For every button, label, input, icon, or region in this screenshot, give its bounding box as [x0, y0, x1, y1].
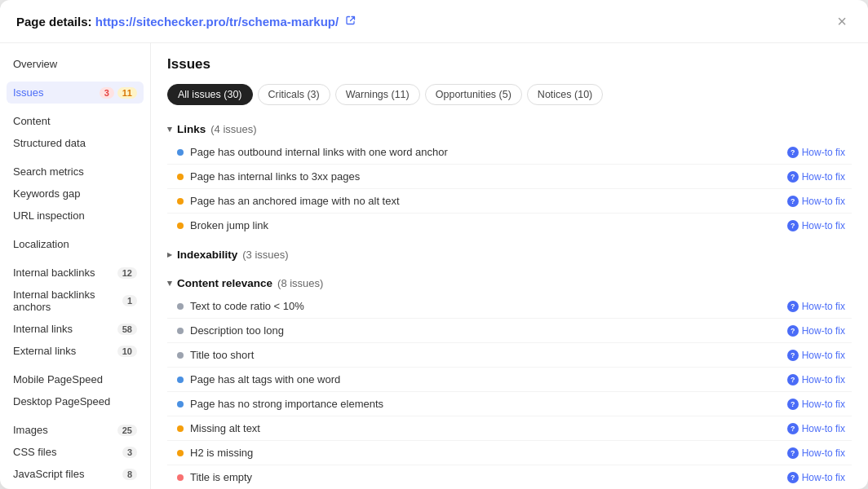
issue-text: H2 is missing: [190, 447, 253, 459]
how-to-fix-icon: ?: [787, 447, 799, 459]
sidebar-divider: [0, 362, 150, 368]
badge-count: 10: [117, 346, 137, 357]
issue-row-left: Page has no strong importance elements: [177, 398, 787, 410]
how-to-fix-label: How-to fix: [802, 301, 845, 312]
sidebar-item-label: Issues: [13, 86, 44, 99]
issue-row-left: Text to code ratio < 10%: [177, 300, 787, 312]
issue-dot: [177, 198, 184, 205]
issue-dot: [177, 174, 184, 180]
issue-row: Description too long?How-to fix: [167, 319, 852, 343]
sidebar-item-localization[interactable]: Localization: [0, 233, 150, 255]
how-to-fix-label: How-to fix: [802, 472, 845, 483]
issue-group-label: Indexability: [177, 249, 237, 261]
issue-row-left: H2 is missing: [177, 447, 787, 459]
issue-text: Page has internal links to 3xx pages: [190, 170, 360, 183]
badge-count: 12: [117, 267, 137, 279]
how-to-fix-link[interactable]: ?How-to fix: [787, 171, 845, 183]
issue-row-left: Page has outbound internal links with on…: [177, 146, 787, 158]
sidebar-item-external-links[interactable]: External links10: [0, 340, 150, 362]
sidebar-item-label: Localization: [13, 238, 69, 250]
sidebar-item-images[interactable]: Images25: [0, 419, 150, 441]
sidebar-item-search-metrics[interactable]: Search metrics: [0, 161, 150, 183]
sidebar-item-structured-data[interactable]: Structured data: [0, 132, 150, 154]
how-to-fix-link[interactable]: ?How-to fix: [787, 301, 845, 312]
sidebar-divider: [0, 154, 150, 161]
issue-row-left: Broken jump link: [177, 219, 787, 231]
sidebar-item-html-source[interactable]: HTML source: [0, 485, 150, 489]
page-url-link[interactable]: https://sitechecker.pro/tr/schema-markup…: [95, 15, 339, 29]
sidebar-item-mobile-pagespeed[interactable]: Mobile PageSpeed: [0, 368, 150, 390]
sidebar-item-label: Internal backlinks: [13, 267, 95, 279]
how-to-fix-link[interactable]: ?How-to fix: [787, 350, 845, 361]
chevron-icon: ▸: [167, 249, 172, 260]
how-to-fix-link[interactable]: ?How-to fix: [787, 196, 845, 207]
issue-group-content-relevance: ▾Content relevance(8 issues)Text to code…: [167, 272, 852, 489]
how-to-fix-label: How-to fix: [802, 196, 845, 207]
issue-row: Title is empty?How-to fix: [167, 465, 852, 489]
issue-text: Title too short: [190, 349, 254, 361]
issue-group-label: Links: [177, 123, 206, 135]
filter-tabs: All issues (30)Criticals (3)Warnings (11…: [167, 84, 852, 105]
issue-dot: [177, 474, 184, 481]
badge-count: 25: [117, 425, 137, 436]
sidebar-item-desktop-pagespeed[interactable]: Desktop PageSpeed: [0, 390, 150, 412]
how-to-fix-label: How-to fix: [802, 220, 845, 231]
how-to-fix-link[interactable]: ?How-to fix: [787, 220, 845, 231]
issue-row: Text to code ratio < 10%?How-to fix: [167, 294, 852, 319]
badge-count: 1: [122, 295, 137, 306]
sidebar-item-internal-backlinks-anchors[interactable]: Internal backlinks anchors1: [0, 284, 150, 318]
issue-dot: [177, 303, 184, 310]
how-to-fix-link[interactable]: ?How-to fix: [787, 147, 845, 158]
how-to-fix-icon: ?: [787, 301, 799, 312]
issue-group-header-content-relevance[interactable]: ▾Content relevance(8 issues): [167, 272, 852, 294]
issue-row: H2 is missing?How-to fix: [167, 441, 852, 465]
how-to-fix-icon: ?: [787, 472, 799, 483]
issue-group-header-links[interactable]: ▾Links(4 issues): [167, 118, 852, 140]
sidebar-item-internal-links[interactable]: Internal links58: [0, 318, 150, 340]
sidebar-item-label: Search metrics: [13, 165, 84, 178]
issue-dot: [177, 328, 184, 334]
how-to-fix-label: How-to fix: [802, 350, 845, 361]
page-details-label: Page details:: [16, 15, 92, 29]
sidebar-item-url-inspection[interactable]: URL inspection: [0, 205, 150, 227]
how-to-fix-link[interactable]: ?How-to fix: [787, 472, 845, 483]
modal-body: OverviewIssues311ContentStructured dataS…: [0, 43, 868, 489]
sidebar-item-internal-backlinks[interactable]: Internal backlinks12: [0, 262, 150, 284]
issue-row: Page has no strong importance elements?H…: [167, 392, 852, 416]
how-to-fix-link[interactable]: ?How-to fix: [787, 423, 845, 434]
issue-row-left: Page has alt tags with one word: [177, 373, 787, 385]
how-to-fix-icon: ?: [787, 147, 799, 158]
sidebar-item-content[interactable]: Content: [0, 110, 150, 132]
filter-tab-warnings[interactable]: Warnings (11): [335, 84, 420, 105]
sidebar-item-label: Structured data: [13, 137, 86, 149]
filter-tab-criticals[interactable]: Criticals (3): [258, 84, 330, 105]
sidebar-item-label: Overview: [13, 58, 57, 70]
issue-dot: [177, 425, 184, 432]
sidebar-item-keywords-gap[interactable]: Keywords gap: [0, 183, 150, 205]
filter-tab-all[interactable]: All issues (30): [167, 84, 253, 105]
sidebar-item-css-files[interactable]: CSS files3: [0, 441, 150, 463]
how-to-fix-link[interactable]: ?How-to fix: [787, 399, 845, 410]
filter-tab-notices[interactable]: Notices (10): [527, 84, 603, 105]
sidebar-item-label: Content: [13, 115, 51, 127]
sidebar-item-label: Internal backlinks anchors: [13, 289, 122, 313]
how-to-fix-link[interactable]: ?How-to fix: [787, 374, 845, 385]
how-to-fix-label: How-to fix: [802, 374, 845, 385]
sidebar-item-javascript-files[interactable]: JavaScript files8: [0, 463, 150, 485]
issue-row: Missing alt text?How-to fix: [167, 416, 852, 441]
how-to-fix-label: How-to fix: [802, 325, 845, 337]
sidebar-divider: [0, 255, 150, 262]
issue-row: Broken jump link?How-to fix: [167, 214, 852, 237]
issue-text: Page has outbound internal links with on…: [190, 146, 448, 158]
close-button[interactable]: ×: [832, 11, 852, 31]
filter-tab-opportunities[interactable]: Opportunities (5): [425, 84, 522, 105]
sidebar-item-label: Mobile PageSpeed: [13, 373, 103, 385]
modal: Page details: https://sitechecker.pro/tr…: [0, 0, 868, 489]
chevron-icon: ▾: [167, 124, 172, 134]
issue-group-header-indexability[interactable]: ▸Indexability(3 issues): [167, 244, 852, 266]
how-to-fix-link[interactable]: ?How-to fix: [787, 447, 845, 459]
how-to-fix-link[interactable]: ?How-to fix: [787, 325, 845, 337]
sidebar-item-overview[interactable]: Overview: [0, 53, 150, 75]
sidebar-item-issues[interactable]: Issues311: [7, 82, 144, 104]
how-to-fix-label: How-to fix: [802, 147, 845, 158]
